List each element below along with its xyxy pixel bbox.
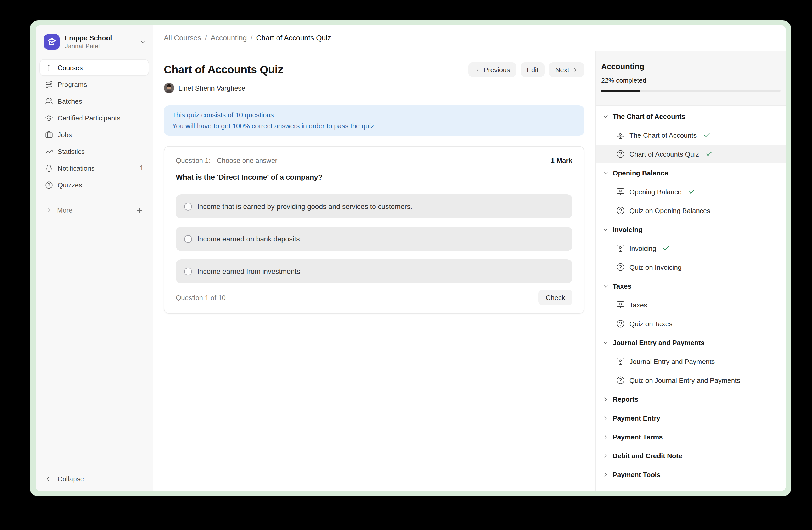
- lesson-row-quiz-on-taxes[interactable]: Quiz on Taxes: [596, 314, 786, 333]
- sidebar-item-jobs[interactable]: Jobs: [40, 127, 149, 142]
- chapter-row-journal-entry-and-payments[interactable]: Journal Entry and Payments: [596, 333, 786, 352]
- course-outline-list: The Chart of AccountsThe Chart of Accoun…: [596, 106, 786, 484]
- lesson-row-the-chart-of-accounts[interactable]: The Chart of Accounts: [596, 126, 786, 144]
- next-button-label: Next: [555, 66, 569, 73]
- sidebar-item-batches[interactable]: Batches: [40, 93, 149, 109]
- course-progress-bar: [601, 89, 781, 92]
- next-button[interactable]: Next: [549, 62, 584, 77]
- banner-line: You will have to get 100% correct answer…: [172, 121, 576, 131]
- course-title: Accounting: [601, 61, 781, 71]
- chevron-right-icon: [602, 452, 609, 459]
- arrow-left-to-line-icon: [45, 475, 53, 483]
- radio-button[interactable]: [184, 267, 192, 275]
- school-name: Frappe School: [65, 34, 112, 42]
- course-progress-fill: [601, 89, 641, 92]
- answer-option-label: Income earned from investments: [197, 267, 300, 275]
- chapter-row-the-chart-of-accounts[interactable]: The Chart of Accounts: [596, 107, 786, 126]
- chapter-row-payment-terms[interactable]: Payment Terms: [596, 427, 786, 446]
- lesson-title: Quiz on Taxes: [629, 320, 672, 327]
- chapter-row-opening-balance[interactable]: Opening Balance: [596, 163, 786, 182]
- answer-option[interactable]: Income earned on bank deposits: [176, 227, 572, 251]
- chapter-title: Journal Entry and Payments: [613, 338, 705, 346]
- chevron-down-icon: [602, 113, 609, 120]
- lesson-title: Invoicing: [629, 244, 656, 252]
- chevron-right-icon: [602, 471, 609, 478]
- sidebar-more-label: More: [57, 206, 72, 214]
- lesson-title: The Chart of Accounts: [629, 131, 697, 139]
- lesson-row-chart-of-accounts-quiz[interactable]: Chart of Accounts Quiz: [596, 144, 786, 163]
- quiz-progress-label: Question 1 of 10: [176, 294, 226, 302]
- sidebar-item-notifications[interactable]: Notifications1: [40, 160, 149, 176]
- lesson-row-opening-balance[interactable]: Opening Balance: [596, 182, 786, 201]
- frappe-school-logo-icon: [44, 34, 60, 50]
- answer-option[interactable]: Income that is earned by providing goods…: [176, 194, 572, 219]
- breadcrumb-bar: All Courses / Accounting / Chart of Acco…: [153, 25, 786, 50]
- sidebar-item-label: Quizzes: [58, 181, 82, 189]
- chapter-title: Payment Terms: [613, 433, 663, 441]
- sidebar-item-certified-participants[interactable]: Certified Participants: [40, 110, 149, 126]
- check-icon: [663, 245, 670, 252]
- chapter-row-payment-tools[interactable]: Payment Tools: [596, 465, 786, 484]
- chapter-row-taxes[interactable]: Taxes: [596, 277, 786, 295]
- chevron-down-icon: [602, 226, 609, 233]
- author-avatar: [164, 83, 174, 93]
- main-content: Chart of Accounts Quiz Previous Edit: [153, 51, 595, 491]
- monitor-play-icon: [616, 187, 625, 196]
- answer-option[interactable]: Income earned from investments: [176, 259, 572, 283]
- radio-button[interactable]: [184, 203, 192, 210]
- desktop-background: Frappe School Jannat Patel CoursesProgra…: [0, 0, 812, 530]
- sidebar-item-label: Batches: [58, 97, 82, 105]
- lesson-row-taxes[interactable]: Taxes: [596, 295, 786, 314]
- chapter-row-reports[interactable]: Reports: [596, 390, 786, 408]
- help-circle-icon: [616, 319, 625, 328]
- check-icon: [688, 188, 695, 195]
- course-progress-label: 22% completed: [601, 76, 781, 85]
- chapter-row-debit-and-credit-note[interactable]: Debit and Credit Note: [596, 446, 786, 465]
- sidebar-item-label: Courses: [58, 64, 83, 71]
- sidebar-item-label: Notifications: [58, 164, 95, 172]
- previous-button[interactable]: Previous: [468, 62, 517, 77]
- chapter-row-invoicing[interactable]: Invoicing: [596, 220, 786, 239]
- chapter-row-payment-entry[interactable]: Payment Entry: [596, 408, 786, 427]
- sidebar-item-quizzes[interactable]: Quizzes: [40, 177, 149, 193]
- chapter-title: Payment Tools: [613, 471, 661, 478]
- lesson-row-journal-entry-and-payments[interactable]: Journal Entry and Payments: [596, 352, 786, 371]
- monitor-play-icon: [616, 131, 625, 139]
- lesson-title: Quiz on Opening Balances: [629, 207, 710, 214]
- lesson-row-invoicing[interactable]: Invoicing: [596, 239, 786, 258]
- sidebar-more[interactable]: More: [40, 202, 149, 218]
- sidebar-item-programs[interactable]: Programs: [40, 76, 149, 92]
- sidebar-item-label: Statistics: [58, 148, 85, 155]
- breadcrumb-all-courses[interactable]: All Courses: [164, 33, 201, 42]
- chevron-right-icon: [602, 433, 609, 440]
- chevron-right-icon: [602, 396, 609, 403]
- question-instruction: Choose one answer: [217, 156, 277, 165]
- lesson-title: Quiz on Invoicing: [629, 263, 681, 271]
- chapter-title: Taxes: [613, 282, 632, 290]
- previous-button-label: Previous: [484, 66, 510, 73]
- chevron-right-icon: [602, 415, 609, 421]
- sidebar-item-courses[interactable]: Courses: [40, 60, 149, 75]
- school-switcher[interactable]: Frappe School Jannat Patel: [44, 33, 146, 51]
- chevron-down-icon: [602, 169, 609, 176]
- collapse-sidebar-button[interactable]: Collapse: [40, 471, 89, 487]
- sidebar-item-label: Programs: [58, 80, 87, 88]
- lesson-row-quiz-on-opening-balances[interactable]: Quiz on Opening Balances: [596, 201, 786, 220]
- chapter-title: Opening Balance: [613, 169, 668, 177]
- users-icon: [45, 97, 53, 105]
- answer-option-label: Income that is earned by providing goods…: [197, 203, 412, 210]
- sidebar-item-statistics[interactable]: Statistics: [40, 143, 149, 159]
- breadcrumb: All Courses / Accounting / Chart of Acco…: [164, 33, 331, 42]
- plus-icon[interactable]: [135, 206, 143, 214]
- question-marks: 1 Mark: [551, 156, 572, 165]
- radio-button[interactable]: [184, 235, 192, 243]
- lesson-row-quiz-on-journal-entry-and-payments[interactable]: Quiz on Journal Entry and Payments: [596, 371, 786, 390]
- edit-button[interactable]: Edit: [521, 62, 545, 77]
- quiz-info-banner: This quiz consists of 10 questions. You …: [164, 105, 584, 136]
- lesson-row-quiz-on-invoicing[interactable]: Quiz on Invoicing: [596, 258, 786, 277]
- help-circle-icon: [616, 263, 625, 271]
- graduation-cap-icon: [45, 114, 53, 122]
- check-button[interactable]: Check: [538, 290, 572, 305]
- breadcrumb-accounting[interactable]: Accounting: [211, 33, 247, 42]
- user-name: Jannat Patel: [65, 42, 112, 50]
